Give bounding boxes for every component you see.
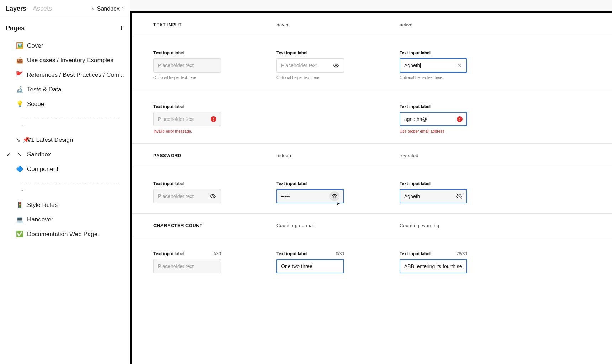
- input-label: Text input label: [276, 50, 344, 55]
- text-caret: [313, 263, 313, 269]
- diamond-icon: 🔷: [16, 165, 23, 173]
- eye-icon[interactable]: [332, 62, 339, 69]
- input-placeholder: Placeholder text: [281, 63, 317, 68]
- text-caret: [420, 63, 421, 68]
- add-page-button[interactable]: +: [119, 23, 124, 33]
- section-password-header: PASSWORD hidden revealed: [132, 144, 612, 167]
- page-item-scope[interactable]: 💡Scope: [4, 97, 125, 111]
- page-item-label: Handover: [27, 216, 53, 223]
- text-input[interactable]: ABB, entering its fourth season as title…: [400, 259, 467, 273]
- pages-header: Pages +: [0, 17, 130, 36]
- section-charcount-header: CHARACTER COUNT Counting, normal Countin…: [132, 214, 612, 237]
- page-item-v1design[interactable]: ↘ 📌V1 Latest Design: [4, 133, 125, 147]
- page-item-label: V1 Latest Design: [27, 136, 73, 144]
- eye-icon[interactable]: [209, 193, 216, 200]
- char-counter: 0/30: [213, 251, 221, 256]
- page-item-references[interactable]: 🚩References / Best Practices / Com...: [4, 68, 125, 82]
- canvas-area[interactable]: TEXT INPUT hover active Text input label…: [130, 0, 612, 364]
- cover-icon: 🖼️: [16, 42, 23, 49]
- input-label: Text input label: [276, 181, 344, 186]
- pages-title: Pages: [6, 25, 119, 32]
- text-input-error[interactable]: agnetha@ !: [400, 112, 467, 126]
- page-item-cover[interactable]: 🖼️Cover: [4, 38, 125, 53]
- page-item-label: Documentation Web Page: [27, 231, 97, 238]
- column-active-title: active: [400, 22, 523, 27]
- page-item-stylerules[interactable]: 🚦Style Rules: [4, 198, 125, 212]
- section-text-input-header: TEXT INPUT hover active: [132, 13, 612, 36]
- tab-layers[interactable]: Layers: [6, 5, 26, 12]
- page-item-docs[interactable]: ✅Documentation Web Page: [4, 227, 125, 241]
- field-default: Text input label Placeholder text Option…: [153, 50, 249, 80]
- column-counting-warning-title: Counting, warning: [400, 223, 523, 228]
- error-message: Use proper email address: [400, 129, 467, 133]
- page-selector[interactable]: ↘ Sandbox ^: [91, 6, 124, 12]
- helper-text: Optional helper text here: [153, 75, 221, 80]
- page-item-sandbox[interactable]: ↘Sandbox: [4, 147, 125, 162]
- page-item-label: Tests & Data: [27, 86, 61, 93]
- password-input[interactable]: Agneth: [400, 189, 467, 203]
- input-value: Agneth: [404, 193, 420, 199]
- page-selector-label: Sandbox: [97, 6, 120, 12]
- input-value: One two three: [281, 263, 312, 269]
- helper-text: Optional helper text here: [276, 75, 344, 80]
- field-active-error: Text input label agnetha@ ! Use proper e…: [400, 104, 495, 133]
- field-default-error: Text input label Placeholder text ! Inva…: [153, 104, 249, 133]
- clear-icon[interactable]: ✕: [455, 62, 463, 69]
- eye-off-icon[interactable]: [455, 193, 463, 200]
- field-hover-empty: [276, 104, 372, 133]
- page-item-label: Sandbox: [27, 151, 51, 158]
- text-input[interactable]: One two three: [276, 259, 344, 273]
- error-icon: !: [457, 116, 463, 122]
- text-input-row-error: Text input label Placeholder text ! Inva…: [132, 90, 612, 144]
- error-message: Invalid error message.: [153, 129, 221, 133]
- page-list: 🖼️Cover 👜Use cases / Inventory Examples …: [0, 36, 130, 243]
- svg-point-0: [335, 65, 337, 66]
- page-item-handover[interactable]: 💻Handover: [4, 212, 125, 227]
- field-charcount-warning: Text input label 28/30 ABB, entering its…: [400, 251, 495, 273]
- password-input[interactable]: Placeholder text: [153, 189, 221, 203]
- bulb-icon: 💡: [16, 100, 23, 108]
- page-item-component[interactable]: 🔷Component: [4, 162, 125, 176]
- layers-sidebar: Layers Assets ↘ Sandbox ^ Pages + 🖼️Cove…: [0, 0, 130, 364]
- page-divider: - - - - - - - - - - - - - - - - - - - - …: [4, 176, 125, 198]
- helper-text: Optional helper text here: [400, 75, 467, 80]
- text-input[interactable]: Placeholder text: [276, 58, 344, 73]
- text-input[interactable]: Placeholder text: [153, 58, 221, 73]
- page-item-label: Cover: [27, 42, 43, 49]
- svg-point-1: [212, 196, 213, 197]
- input-label: Text input label: [400, 181, 467, 186]
- arrow-icon: ↘ 📌: [16, 136, 23, 144]
- page-item-label: References / Best Practices / Com...: [27, 71, 124, 79]
- charcount-row: Text input label 0/30 Placeholder text T…: [132, 237, 612, 283]
- input-label: Text input label: [400, 104, 467, 109]
- password-input[interactable]: ••••• ➤: [276, 189, 344, 203]
- traffic-light-icon: 🚦: [16, 201, 23, 209]
- input-placeholder: Placeholder text: [158, 63, 194, 68]
- field-hover: Text input label Placeholder text Option…: [276, 50, 372, 80]
- column-hover-title: hover: [276, 22, 400, 27]
- input-label: Text input label: [153, 104, 221, 109]
- eye-toggle-icon[interactable]: ➤: [329, 191, 339, 201]
- arrow-icon: ↘: [91, 6, 95, 11]
- page-item-label: Component: [27, 166, 58, 173]
- text-input-error[interactable]: Placeholder text !: [153, 112, 221, 126]
- column-counting-normal-title: Counting, normal: [276, 223, 400, 228]
- sidebar-header: Layers Assets ↘ Sandbox ^: [0, 0, 130, 17]
- input-label: Text input label: [153, 50, 221, 55]
- field-password-hidden: Text input label ••••• ➤: [276, 181, 372, 203]
- input-label: Text input label: [153, 251, 184, 256]
- page-item-tests[interactable]: 🔬Tests & Data: [4, 82, 125, 97]
- laptop-icon: 💻: [16, 216, 23, 223]
- flag-icon: 🚩: [16, 71, 23, 79]
- tab-assets[interactable]: Assets: [33, 5, 52, 12]
- mouse-cursor-icon: ➤: [336, 201, 340, 206]
- text-input[interactable]: Agneth ✕: [400, 58, 467, 73]
- page-item-usecases[interactable]: 👜Use cases / Inventory Examples: [4, 53, 125, 68]
- text-caret: [428, 116, 428, 122]
- input-value: Agneth: [404, 63, 420, 68]
- microscope-icon: 🔬: [16, 86, 23, 93]
- input-value: •••••: [281, 193, 290, 199]
- text-input[interactable]: Placeholder text: [153, 259, 221, 273]
- char-counter: 28/30: [457, 251, 467, 256]
- input-value: ABB, entering its fourth season as title…: [404, 263, 462, 269]
